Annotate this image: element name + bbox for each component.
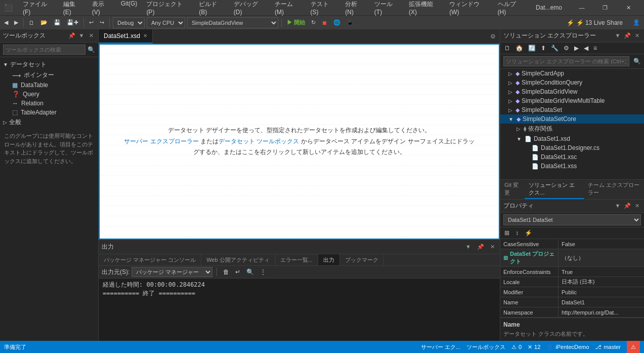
menu-edit[interactable]: 編集(E) <box>59 0 87 18</box>
editor-tab-close[interactable]: ✕ <box>143 33 147 38</box>
sol-tb-icon9[interactable]: ≡ <box>591 44 599 53</box>
status-branch[interactable]: ⎇ master <box>595 341 621 353</box>
close-button[interactable]: ✕ <box>617 0 640 15</box>
menu-build[interactable]: ビルド(B) <box>195 0 229 18</box>
menu-extensions[interactable]: 拡張機能(X) <box>405 0 444 18</box>
redo-button[interactable]: ↪ <box>98 18 106 27</box>
status-errors[interactable]: ⚠ 0 <box>511 341 522 353</box>
toolbox-item-query[interactable]: ❓ Query <box>0 90 98 99</box>
toolbox-item-tableadapter[interactable]: ⬚ TableAdapter <box>0 108 98 117</box>
sol-item-dataset1xsc[interactable]: 📄 DataSet1.xsc <box>500 152 644 162</box>
tab-gear-button[interactable]: ⚙ <box>486 33 500 40</box>
prop-value-name[interactable]: DataSet1 <box>559 297 644 307</box>
sol-item-dataset1designercs[interactable]: 📄 DataSet1.Designer.cs <box>500 143 644 152</box>
sol-tb-icon2[interactable]: 🏠 <box>513 44 525 53</box>
sol-tb-icon6[interactable]: ⚙ <box>562 44 571 53</box>
menu-test[interactable]: テスト(S) <box>307 0 340 18</box>
undo-button[interactable]: ↩ <box>87 18 96 27</box>
sol-tb-icon8[interactable]: ◀ <box>582 44 590 53</box>
output-source-select[interactable]: パッケージ マネージャー <box>132 267 212 277</box>
notifications-button[interactable]: 👤 <box>631 18 642 27</box>
editor-content[interactable]: データセット デザイナーを使って、型指定されたデータセットを作成および編集してく… <box>99 44 500 240</box>
sol-item-dataset1xsd[interactable]: ▼ 📄 DataSet1.xsd <box>500 134 644 143</box>
prop-value-casesensitive[interactable]: False <box>559 239 644 249</box>
open-button[interactable]: 📂 <box>38 18 50 27</box>
solution-pin-button[interactable]: 📌 <box>623 32 631 39</box>
menu-help[interactable]: ヘルプ(H) <box>494 0 528 18</box>
properties-close-button[interactable]: ✕ <box>633 203 641 209</box>
toolbox-section-dataset-header[interactable]: ▼ データセット <box>0 59 98 70</box>
output-close-button[interactable]: ✕ <box>488 243 497 251</box>
minimize-button[interactable]: — <box>570 0 593 15</box>
debug-config-select[interactable]: Debug <box>113 17 145 28</box>
sol-tb-icon3[interactable]: 🔄 <box>526 44 538 53</box>
prop-value-namespace[interactable]: http://tempuri.org/Dat... <box>559 307 644 317</box>
devices-button[interactable]: 📱 <box>345 18 356 27</box>
browse-button[interactable]: 🌐 <box>331 18 342 27</box>
save-button[interactable]: 💾 <box>52 18 63 27</box>
solution-dropdown-button[interactable]: ▼ <box>614 32 622 39</box>
output-word-wrap-button[interactable]: ↵ <box>233 267 242 277</box>
output-pin-button[interactable]: 📌 <box>475 243 486 251</box>
prop-value-locale[interactable]: 日本語 (日本) <box>559 277 644 287</box>
sol-item-simpledatagridview[interactable]: ▷ ◆ SimpleDataGridView <box>500 87 644 96</box>
toolbox-dropdown-button[interactable]: ▼ <box>77 32 85 39</box>
output-find-button[interactable]: 🔍 <box>244 267 256 277</box>
toolbox-item-pointer[interactable]: ⟶ ポインター <box>0 70 98 81</box>
toolbox-section-general-header[interactable]: ▷ 全般 <box>0 117 98 128</box>
sol-tb-icon4[interactable]: ⬆ <box>539 44 548 53</box>
properties-dropdown-button[interactable]: ▼ <box>614 203 622 209</box>
menu-window[interactable]: ウィンドウ(W) <box>445 0 492 18</box>
stop-button[interactable]: ⏹ <box>320 19 329 27</box>
menu-debug[interactable]: デバッグ(D) <box>230 0 270 18</box>
props-events-button[interactable]: ⚡ <box>523 228 534 238</box>
sol-tb-icon7[interactable]: ▶ <box>572 44 581 53</box>
restore-button[interactable]: ❐ <box>593 0 617 15</box>
solution-search-input[interactable] <box>503 56 629 66</box>
btab-web-publish[interactable]: Web 公開アクティビティ <box>201 254 275 265</box>
editor-tab-dataset1[interactable]: DataSet1.xsd ✕ <box>99 29 153 44</box>
btab-error-list[interactable]: エラー一覧... <box>275 254 318 265</box>
output-clear-button[interactable]: 🗑 <box>221 267 231 277</box>
solution-search-icon[interactable]: 🔍 <box>633 58 641 65</box>
start-button[interactable]: ▶ 開始 <box>285 18 307 27</box>
cpu-config-select[interactable]: Any CPU <box>147 17 185 28</box>
toolbox-search-input[interactable] <box>3 45 85 55</box>
status-user[interactable]: 👤 iPentecDemo <box>546 341 589 353</box>
toolbox-search-icon[interactable]: 🔍 <box>88 46 95 53</box>
props-categories-button[interactable]: ⊞ <box>502 228 511 238</box>
menu-team[interactable]: チーム(M) <box>271 0 306 18</box>
toolbox-item-relation[interactable]: ↔ Relation <box>0 99 98 108</box>
editor-message-link2[interactable]: データセット ツールボックス <box>219 138 299 145</box>
startup-select[interactable]: SimpleDataGridView <box>187 17 278 28</box>
status-warnings[interactable]: ✕ 12 <box>528 341 540 353</box>
sol-item-dependencies[interactable]: ▷ ⧫ 依存関係 <box>500 124 644 134</box>
toolbox-pin-button[interactable]: 📌 <box>68 32 76 39</box>
menu-analyze[interactable]: 分析(N) <box>341 0 369 18</box>
menu-view[interactable]: 表示(V) <box>88 0 116 18</box>
prop-value-dataset-project[interactable]: （なし） <box>559 249 644 266</box>
output-more-button[interactable]: ⋮ <box>258 267 268 277</box>
toolbox-close-button[interactable]: ✕ <box>87 32 95 39</box>
menu-git[interactable]: Git(G) <box>117 0 142 18</box>
sol-item-simpledatasetcore[interactable]: ▼ ◆ SimpleDataSetCore <box>500 114 644 124</box>
properties-pin-button[interactable]: 📌 <box>623 203 631 209</box>
btab-bookmark[interactable]: ブックマーク <box>340 254 384 265</box>
prop-value-modifier[interactable]: Public <box>559 287 644 297</box>
status-left-item1[interactable]: サーバー エク... <box>421 341 460 353</box>
new-project-button[interactable]: 🗋 <box>27 19 36 27</box>
sol-item-simpledataset[interactable]: ▷ ◆ SimpleDataSet <box>500 105 644 114</box>
sol-item-dataset1xss[interactable]: 📄 DataSet1.xss <box>500 162 644 171</box>
forward-button[interactable]: ▶ <box>12 18 20 27</box>
menu-file[interactable]: ファイル(F) <box>19 0 58 18</box>
back-button[interactable]: ◀ <box>2 18 10 27</box>
sol-item-simpledatagridviewmultitable[interactable]: ▷ ◆ SimpleDateGridViewMultiTable <box>500 96 644 105</box>
status-left-item2[interactable]: ツールボックス <box>466 341 505 353</box>
status-notification[interactable]: ⚠ <box>627 341 640 353</box>
sol-tb-icon5[interactable]: 🔧 <box>549 44 561 53</box>
menu-tools[interactable]: ツール(T) <box>370 0 404 18</box>
live-share-button[interactable]: ⚡ ⚡ 13 Live Share <box>563 18 627 27</box>
sol-tab-git[interactable]: Git 変更 <box>500 180 525 199</box>
properties-object-select[interactable]: DataSet1 DataSet <box>503 214 641 225</box>
toolbox-item-datatable[interactable]: ▦ DataTable <box>0 81 98 90</box>
